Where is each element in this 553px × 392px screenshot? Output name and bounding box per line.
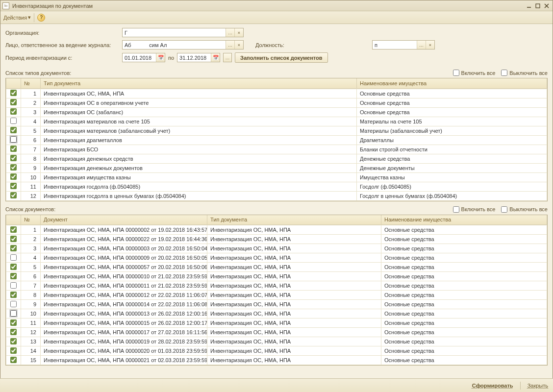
row-name: Основные средства [381, 235, 547, 244]
docs-col-check[interactable] [6, 215, 21, 225]
row-checkbox[interactable] [10, 99, 17, 105]
lookup-button[interactable]: … [417, 41, 426, 49]
table-row[interactable]: 9Инвентаризация ОС, НМА, НПА 00000014 от… [6, 300, 547, 309]
row-checkbox[interactable] [10, 226, 17, 233]
close-button[interactable] [543, 2, 551, 9]
row-checkbox-cell [6, 318, 21, 328]
table-row[interactable]: 9Инвентаризация денежных документовДенеж… [6, 163, 547, 172]
types-col-name[interactable]: Наименование имущества [357, 78, 547, 88]
types-table-body[interactable]: 1Инвентаризация ОС, НМА, НПАОсновные сре… [6, 89, 547, 201]
table-row[interactable]: 1Инвентаризация ОС, НМА, НПА 00000002 от… [6, 225, 547, 235]
row-checkbox[interactable] [10, 245, 17, 251]
row-checkbox[interactable] [10, 347, 17, 354]
table-row[interactable]: 8Инвентаризация денежных средствДенежные… [6, 154, 547, 163]
generate-button[interactable]: Сформировать [472, 383, 513, 389]
table-row[interactable]: 4Инвентаризация материалов на счете 105М… [6, 117, 547, 126]
fill-docs-button[interactable]: Заполнить список документов [235, 52, 327, 63]
docs-col-num[interactable]: № [21, 215, 41, 225]
lookup-button[interactable]: … [226, 41, 234, 49]
row-checkbox[interactable] [10, 90, 17, 96]
table-row[interactable]: 4Инвентаризация ОС, НМА, НПА 00000009 от… [6, 253, 547, 263]
row-checkbox[interactable] [10, 292, 17, 298]
clear-button[interactable]: × [234, 41, 243, 49]
table-row[interactable]: 1Инвентаризация ОС, НМА, НПАОсновные сре… [6, 89, 547, 98]
table-row[interactable]: 10Инвентаризация ОС, НМА, НПА 00000013 о… [6, 309, 547, 318]
help-icon[interactable]: ? [37, 14, 45, 22]
table-row[interactable]: 15Инвентаризация ОС, НМА, НПА 00000021 о… [6, 356, 547, 365]
table-row[interactable]: 11Инвентаризация госдолга (ф.0504085)Гос… [6, 182, 547, 191]
table-row[interactable]: 5Инвентаризация ОС, НМА, НПА 00000057 от… [6, 263, 547, 272]
docs-enable-all[interactable]: Включить все [453, 206, 496, 213]
row-checkbox[interactable] [10, 136, 17, 143]
calendar-icon[interactable]: 📅 [156, 53, 165, 62]
table-row[interactable]: 6Инвентаризация ОС, НМА, НПА 00000010 от… [6, 272, 547, 281]
docs-col-doc[interactable]: Документ [41, 215, 207, 225]
person-input[interactable] [123, 41, 226, 49]
types-disable-all[interactable]: Выключить все [501, 70, 548, 76]
docs-col-name[interactable]: Наименование имущества [381, 215, 547, 225]
types-col-type[interactable]: Тип документа [41, 78, 357, 88]
table-row[interactable]: 6Инвентаризация драгметалловДрагметаллы [6, 135, 547, 145]
table-row[interactable]: 3Инвентаризация ОС, НМА, НПА 00000003 от… [6, 244, 547, 253]
row-checkbox[interactable] [10, 155, 17, 161]
table-row[interactable]: 13Инвентаризация ОС, НМА, НПА 00000019 о… [6, 337, 547, 346]
disable-all-checkbox[interactable] [501, 70, 507, 76]
types-col-num[interactable]: № [21, 78, 41, 88]
row-checkbox[interactable] [10, 254, 17, 261]
table-row[interactable]: 11Инвентаризация ОС, НМА, НПА 00000015 о… [6, 318, 547, 328]
table-row[interactable]: 12Инвентаризация госдолга в ценных бумаг… [6, 191, 547, 200]
row-checkbox[interactable] [10, 329, 17, 335]
row-checkbox[interactable] [10, 301, 17, 307]
types-enable-all[interactable]: Включить все [453, 70, 496, 76]
maximize-button[interactable] [534, 2, 542, 9]
date-to-input[interactable] [177, 53, 211, 62]
table-row[interactable]: 2Инвентаризация ОС, НМА, НПА 00000022 от… [6, 235, 547, 244]
actions-menu[interactable]: Действия ▾ [3, 14, 31, 21]
clear-button[interactable]: × [426, 41, 434, 49]
row-name: Основные средства [381, 281, 547, 291]
date-from-input[interactable] [123, 53, 156, 62]
row-checkbox[interactable] [10, 183, 17, 189]
row-checkbox[interactable] [10, 146, 17, 152]
clear-button[interactable]: × [234, 28, 243, 37]
position-input[interactable] [373, 41, 417, 49]
disable-all-checkbox[interactable] [501, 206, 507, 213]
enable-all-checkbox[interactable] [453, 70, 459, 76]
table-row[interactable]: 3Инвентаризация ОС (забаланс)Основные ср… [6, 107, 547, 117]
table-row[interactable]: 2Инвентаризация ОС в оперативном учетеОс… [6, 98, 547, 107]
row-checkbox[interactable] [10, 118, 17, 124]
row-checkbox[interactable] [10, 127, 17, 133]
row-checkbox[interactable] [10, 108, 17, 115]
calendar-icon[interactable]: 📅 [211, 53, 220, 62]
row-checkbox[interactable] [10, 282, 17, 289]
row-checkbox[interactable] [10, 192, 17, 198]
types-col-check[interactable] [6, 78, 21, 88]
close-link[interactable]: Закрыть [528, 383, 548, 389]
row-name: Госдолг в ценных бумагах (ф.0504084) [357, 191, 547, 200]
docs-disable-all[interactable]: Выключить все [501, 206, 548, 213]
minimize-button[interactable] [525, 2, 533, 9]
table-row[interactable]: 14Инвентаризация ОС, НМА, НПА 00000020 о… [6, 346, 547, 356]
table-row[interactable]: 7Инвентаризация БСОБланки строгой отчетн… [6, 145, 547, 154]
row-checkbox[interactable] [10, 164, 17, 171]
docs-col-type[interactable]: Тип документа [207, 215, 381, 225]
row-checkbox[interactable] [10, 338, 17, 344]
row-checkbox[interactable] [10, 264, 17, 270]
row-checkbox[interactable] [10, 319, 17, 326]
table-row[interactable]: 7Инвентаризация ОС, НМА, НПА 00000011 от… [6, 281, 547, 291]
table-row[interactable]: 10Инвентаризация имущества казныИмуществ… [6, 172, 547, 182]
table-row[interactable]: 8Инвентаризация ОС, НМА, НПА 00000012 от… [6, 291, 547, 300]
table-row[interactable]: 12Инвентаризация ОС, НМА, НПА 00000017 о… [6, 328, 547, 337]
row-checkbox[interactable] [10, 273, 17, 279]
lookup-button[interactable]: … [226, 28, 234, 37]
enable-all-checkbox[interactable] [453, 206, 459, 213]
row-checkbox[interactable] [10, 357, 17, 363]
row-checkbox[interactable] [10, 310, 17, 317]
table-row[interactable]: 5Инвентаризация материалов (забалансовый… [6, 126, 547, 135]
period-more-button[interactable]: … [223, 53, 232, 62]
docs-table-body[interactable]: 1Инвентаризация ОС, НМА, НПА 00000002 от… [6, 225, 547, 365]
row-checkbox-cell [6, 163, 21, 172]
org-input[interactable] [123, 28, 226, 37]
row-checkbox[interactable] [10, 173, 17, 180]
row-checkbox[interactable] [10, 236, 17, 242]
